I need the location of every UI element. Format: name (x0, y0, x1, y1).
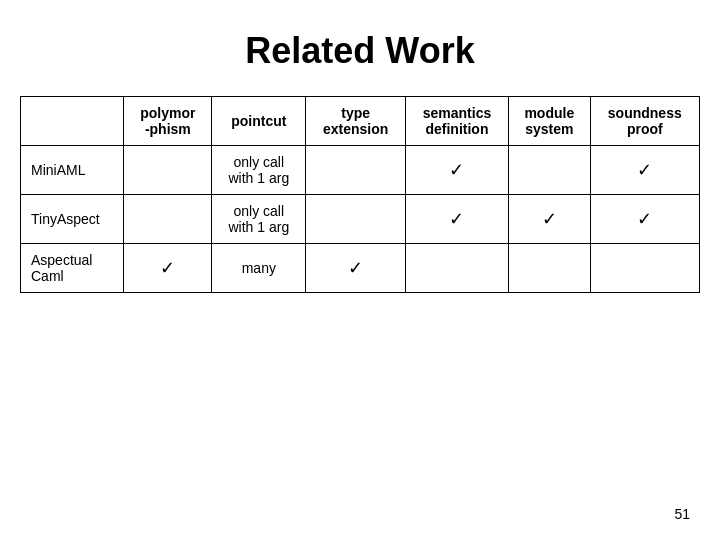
cell-tinyAspect-soundness: ✓ (590, 195, 699, 244)
page-title: Related Work (245, 30, 474, 72)
cell-tinyAspect-pointcut: only callwith 1 arg (212, 195, 306, 244)
page-number: 51 (674, 506, 690, 522)
col-header-polymorphism: polymor-phism (124, 97, 212, 146)
related-work-table: polymor-phism pointcut typeextension sem… (20, 96, 700, 293)
cell-aspectualCaml-type-extension: ✓ (306, 244, 406, 293)
table-row: TinyAspect only callwith 1 arg ✓ ✓ ✓ (21, 195, 700, 244)
row-label-miniAML: MiniAML (21, 146, 124, 195)
col-header-soundness-proof: soundnessproof (590, 97, 699, 146)
cell-miniAML-pointcut: only callwith 1 arg (212, 146, 306, 195)
col-header-pointcut: pointcut (212, 97, 306, 146)
cell-tinyAspect-semantics: ✓ (405, 195, 508, 244)
table-row: MiniAML only callwith 1 arg ✓ ✓ (21, 146, 700, 195)
cell-aspectualCaml-polymorphism: ✓ (124, 244, 212, 293)
cell-tinyAspect-type-extension (306, 195, 406, 244)
cell-miniAML-module-system (509, 146, 591, 195)
cell-miniAML-type-extension (306, 146, 406, 195)
col-header-type-extension: typeextension (306, 97, 406, 146)
main-table-wrapper: polymor-phism pointcut typeextension sem… (20, 96, 700, 293)
row-label-tinyAspect: TinyAspect (21, 195, 124, 244)
row-label-aspectualCaml: AspectualCaml (21, 244, 124, 293)
cell-miniAML-semantics: ✓ (405, 146, 508, 195)
table-row: AspectualCaml ✓ many ✓ (21, 244, 700, 293)
cell-aspectualCaml-module-system (509, 244, 591, 293)
cell-aspectualCaml-soundness (590, 244, 699, 293)
col-header-semantics-definition: semanticsdefinition (405, 97, 508, 146)
header-row: polymor-phism pointcut typeextension sem… (21, 97, 700, 146)
cell-tinyAspect-module-system: ✓ (509, 195, 591, 244)
cell-aspectualCaml-semantics (405, 244, 508, 293)
cell-tinyAspect-polymorphism (124, 195, 212, 244)
col-header-module-system: modulesystem (509, 97, 591, 146)
cell-aspectualCaml-pointcut: many (212, 244, 306, 293)
cell-miniAML-soundness: ✓ (590, 146, 699, 195)
cell-miniAML-polymorphism (124, 146, 212, 195)
col-header-empty (21, 97, 124, 146)
